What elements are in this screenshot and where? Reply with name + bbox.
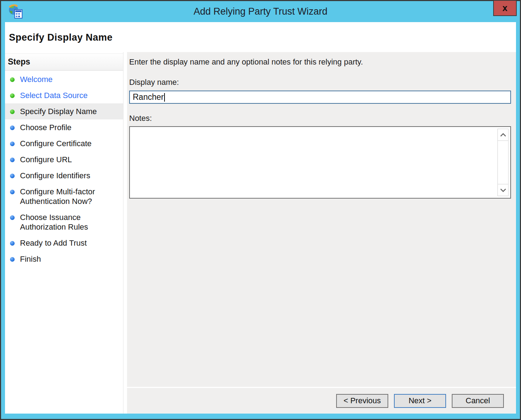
notes-value[interactable] <box>130 127 497 198</box>
button-bar: < Previous Next > Cancel <box>127 388 516 414</box>
step-finish: Finish <box>5 251 123 267</box>
step-choose-profile: Choose Profile <box>5 119 123 135</box>
instruction-text: Enter the display name and any optional … <box>129 57 511 67</box>
step-configure-mfa: Configure Multi-factor Authentication No… <box>5 184 123 209</box>
content-spacer <box>127 199 516 387</box>
step-pending-dot-icon <box>10 241 15 246</box>
scroll-down-button[interactable] <box>498 184 508 196</box>
scrollbar-track[interactable] <box>498 141 508 184</box>
cancel-button[interactable]: Cancel <box>452 394 504 408</box>
step-specify-display-name: Specify Display Name <box>5 103 123 119</box>
step-configure-certificate: Configure Certificate <box>5 135 123 152</box>
window-titlebar[interactable]: Add Relying Party Trust Wizard x <box>1 1 520 22</box>
steps-list: Welcome Select Data Source Specify Displ… <box>5 71 123 267</box>
step-pending-dot-icon <box>10 190 15 194</box>
step-pending-dot-icon <box>10 257 15 262</box>
step-configure-identifiers: Configure Identifiers <box>5 168 123 184</box>
display-name-label: Display name: <box>129 78 511 87</box>
step-done-dot-icon <box>10 109 15 114</box>
display-name-input[interactable]: Rancher <box>129 91 511 104</box>
main-area: Steps Welcome Select Data Source Spec <box>5 52 516 414</box>
chevron-down-icon <box>500 188 506 192</box>
display-name-value: Rancher <box>133 92 164 102</box>
content-pane: Enter the display name and any optional … <box>127 52 516 414</box>
step-configure-url: Configure URL <box>5 152 123 168</box>
step-welcome[interactable]: Welcome <box>5 71 123 87</box>
previous-button[interactable]: < Previous <box>336 394 388 408</box>
scroll-up-button[interactable] <box>498 129 508 141</box>
window-title: Add Relying Party Trust Wizard <box>1 6 520 17</box>
notes-label: Notes: <box>129 114 511 123</box>
step-ready-to-add-trust: Ready to Add Trust <box>5 235 123 251</box>
step-select-data-source[interactable]: Select Data Source <box>5 87 123 103</box>
wizard-window: Add Relying Party Trust Wizard x Specify… <box>1 1 520 419</box>
next-button[interactable]: Next > <box>394 394 446 408</box>
form-area: Enter the display name and any optional … <box>127 52 516 199</box>
wizard-body: Specify Display Name Steps Welcome Selec… <box>5 22 516 414</box>
notes-textarea[interactable] <box>129 126 511 199</box>
step-done-dot-icon <box>10 77 15 82</box>
step-pending-dot-icon <box>10 174 15 178</box>
step-pending-dot-icon <box>10 126 15 130</box>
step-choose-issuance-rules: Choose Issuance Authorization Rules <box>5 209 123 235</box>
step-pending-dot-icon <box>10 215 15 220</box>
close-button[interactable]: x <box>493 0 517 16</box>
step-pending-dot-icon <box>10 142 15 146</box>
screenshot-root: Add Relying Party Trust Wizard x Specify… <box>0 0 521 420</box>
chevron-up-icon <box>500 133 506 137</box>
steps-heading: Steps <box>5 53 123 71</box>
page-header: Specify Display Name <box>5 22 516 52</box>
step-done-dot-icon <box>10 93 15 98</box>
notes-scrollbar <box>497 129 509 196</box>
page-title: Specify Display Name <box>5 22 516 43</box>
close-icon: x <box>502 3 507 13</box>
steps-sidebar: Steps Welcome Select Data Source Spec <box>5 52 123 414</box>
step-pending-dot-icon <box>10 158 15 162</box>
sidebar-content-gutter <box>123 52 127 414</box>
text-caret <box>164 93 165 102</box>
